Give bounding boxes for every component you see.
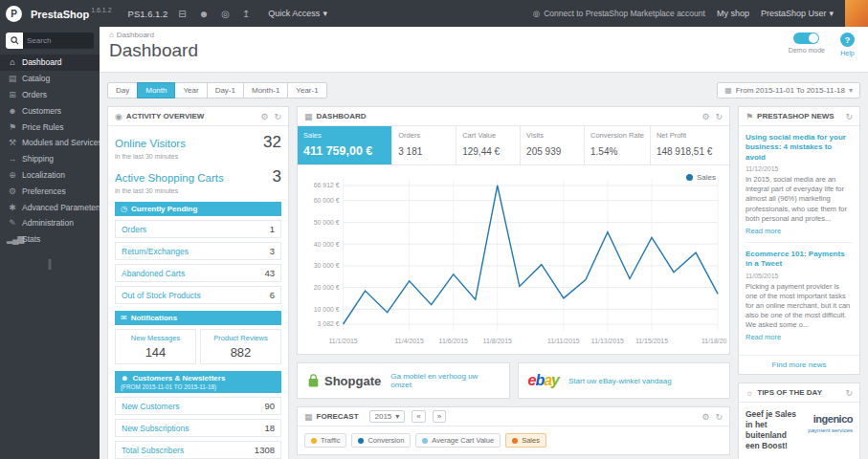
shopgate-logo[interactable]: Shopgate (307, 374, 381, 388)
metric-tab-net-profit[interactable]: Net Profit148 918,51 € (651, 126, 729, 164)
sidebar-item-stats[interactable]: ▂▄▆Stats (0, 231, 100, 248)
sidebar-item-modules[interactable]: ⚒Modules and Services (0, 135, 100, 151)
out-of-stock-row: Out of Stock Products6 (115, 286, 281, 304)
coins-icon[interactable]: ◎ (219, 9, 232, 19)
activity-overview-panel: ◉ ACTIVITY OVERVIEW ⚙↻ Online Visitors32… (107, 106, 289, 459)
forecast-legend-traffic[interactable]: Traffic (304, 433, 346, 448)
filter-day-1-button[interactable]: Day-1 (207, 82, 244, 98)
gear-icon[interactable]: ⚙ (701, 412, 709, 422)
refresh-icon[interactable]: ↻ (845, 112, 853, 121)
new-customers-link[interactable]: New Customers (122, 402, 179, 411)
demo-mode-toggle[interactable] (793, 33, 819, 44)
news-article-title[interactable]: Using social media for your business: 4 … (746, 133, 853, 163)
search-icon[interactable] (6, 33, 23, 49)
ebay-logo[interactable]: ebay (528, 372, 560, 389)
total-subscribers-row: Total Subscribers1308 (115, 441, 281, 459)
gear-icon[interactable]: ⚙ (260, 112, 268, 121)
rocket-icon[interactable]: ↥ (240, 9, 252, 19)
out-of-stock-link[interactable]: Out of Stock Products (122, 291, 201, 300)
news-panel-heading: ⚑ PRESTASHOP NEWS ↻ (739, 107, 859, 126)
pending-orders-link[interactable]: Orders (122, 225, 146, 234)
shipping-icon: → (7, 154, 17, 164)
forecast-prev-button[interactable]: « (412, 410, 425, 423)
new-messages-value: 144 (118, 345, 193, 360)
ebay-ad-link[interactable]: Start uw eBay-winkel vandaag (568, 377, 672, 385)
read-more-link[interactable]: Read more (746, 227, 853, 235)
sidebar-item-dashboard[interactable]: ⌂Dashboard (0, 55, 100, 71)
sidebar-item-catalog[interactable]: ▤Catalog (0, 71, 100, 87)
forecast-next-button[interactable]: » (433, 410, 446, 423)
refresh-icon[interactable]: ↻ (274, 112, 281, 121)
active-carts-link[interactable]: Active Shopping Carts (115, 172, 224, 184)
marketplace-link[interactable]: ◎Connect to PrestaShop Marketplace accou… (533, 9, 705, 18)
quick-access-menu[interactable]: Quick Access▾ (268, 9, 327, 18)
prestashop-logo[interactable]: P (6, 6, 22, 22)
total-subscribers-link[interactable]: Total Subscribers (122, 446, 184, 455)
svg-text:3 082 €: 3 082 € (318, 320, 340, 327)
shopgate-ad-link[interactable]: Ga mobiel en verhoog uw omzet (390, 372, 499, 389)
sidebar-item-advanced-parameters[interactable]: ✱Advanced Parameters (0, 199, 100, 215)
refresh-icon[interactable]: ↻ (845, 388, 853, 398)
sidebar-item-localization[interactable]: ⊕Localization (0, 167, 100, 184)
sidebar-item-customers[interactable]: ☻Customers (0, 102, 100, 119)
sidebar-item-orders[interactable]: ⊞Orders (0, 87, 100, 103)
new-subscriptions-link[interactable]: New Subscriptions (122, 424, 189, 433)
search-input[interactable] (23, 36, 94, 45)
sidebar-item-price-rules[interactable]: ⚑Price Rules (0, 119, 100, 135)
forecast-legend-average-cart-value[interactable]: Average Cart Value (415, 433, 501, 448)
metric-tab-visits[interactable]: Visits205 939 (521, 126, 585, 164)
sidebar-item-shipping[interactable]: →Shipping (0, 151, 100, 167)
brand-block[interactable]: PrestaShop1.6.1.2 (31, 5, 112, 22)
activity-panel-heading: ◉ ACTIVITY OVERVIEW ⚙↻ (108, 107, 288, 126)
sidebar-item-preferences[interactable]: ⚙Preferences (0, 183, 100, 199)
avatar[interactable] (845, 0, 868, 27)
page-header: ⌂Dashboard Dashboard Demo mode ? Help (100, 27, 868, 73)
new-messages-link[interactable]: New Messages (118, 334, 193, 342)
shop-name[interactable]: PS1.6.1.2 (128, 9, 168, 19)
date-range-button[interactable]: ▦ From 2015-11-01 To 2015-11-18 ▾ (717, 82, 860, 98)
breadcrumb[interactable]: ⌂Dashboard (109, 31, 858, 39)
metric-tab-orders[interactable]: Orders3 181 (392, 126, 456, 164)
forecast-legend-conversion[interactable]: Conversion (351, 433, 411, 448)
filter-month-1-button[interactable]: Month-1 (243, 82, 288, 98)
product-reviews-cell: Product Reviews882 (200, 329, 281, 364)
forecast-legend-sales[interactable]: Sales (505, 433, 546, 448)
news-article-title[interactable]: Ecommerce 101: Payments in a Tweet (746, 250, 853, 270)
customers-icon[interactable]: ☻ (197, 9, 211, 19)
filter-day-button[interactable]: Day (107, 82, 138, 98)
user-name: PrestaShop User (761, 9, 827, 18)
product-reviews-value: 882 (203, 345, 278, 360)
svg-text:11/1/2015: 11/1/2015 (328, 338, 357, 344)
refresh-icon[interactable]: ↻ (715, 112, 723, 121)
sidebar-item-administration[interactable]: ✎Administration (0, 215, 100, 231)
chevron-down-icon: ▾ (323, 9, 327, 18)
sidebar-collapse-icon[interactable]: ║ (0, 259, 100, 269)
refresh-icon[interactable]: ↻ (715, 412, 723, 422)
news-icon: ⚑ (746, 112, 753, 121)
online-visitors-link[interactable]: Online Visitors (115, 138, 186, 149)
ingenico-logo: ingenico payment services (808, 409, 853, 451)
metric-tab-conversion-rate[interactable]: Conversion Rate1.54% (585, 126, 651, 164)
pending-returns-link[interactable]: Return/Exchanges (122, 247, 189, 256)
marketplace-label: Connect to PrestaShop Marketplace accoun… (544, 9, 705, 18)
help-icon[interactable]: ? (840, 33, 855, 47)
read-more-link[interactable]: Read more (746, 333, 853, 341)
find-more-news-link[interactable]: Find more news (739, 355, 859, 374)
metric-tab-sales[interactable]: Sales411 759,00 € (298, 126, 392, 164)
abandoned-carts-link[interactable]: Abandoned Carts (122, 269, 185, 278)
product-reviews-link[interactable]: Product Reviews (203, 334, 278, 342)
my-shop-link[interactable]: My shop (717, 9, 749, 18)
chart-legend-sales[interactable]: Sales (686, 173, 716, 182)
gear-icon[interactable]: ⚙ (701, 112, 709, 121)
filter-year-button[interactable]: Year (174, 82, 207, 98)
forecast-panel-heading: ▦ FORECAST 2015▾ « » ⚙↻ (298, 407, 729, 426)
main-content: ⌂Dashboard Dashboard Demo mode ? Help Da… (100, 27, 868, 459)
page-title: Dashboard (109, 40, 858, 61)
forecast-year-select[interactable]: 2015▾ (369, 410, 406, 423)
cart-icon[interactable]: ⊟ (176, 9, 188, 19)
left-column: ◉ ACTIVITY OVERVIEW ⚙↻ Online Visitors32… (107, 106, 289, 459)
metric-tab-cart-value[interactable]: Cart Value129,44 € (456, 126, 521, 164)
filter-year-1-button[interactable]: Year-1 (287, 82, 326, 98)
filter-month-button[interactable]: Month (137, 82, 175, 98)
user-menu[interactable]: PrestaShop User▾ (761, 9, 834, 18)
